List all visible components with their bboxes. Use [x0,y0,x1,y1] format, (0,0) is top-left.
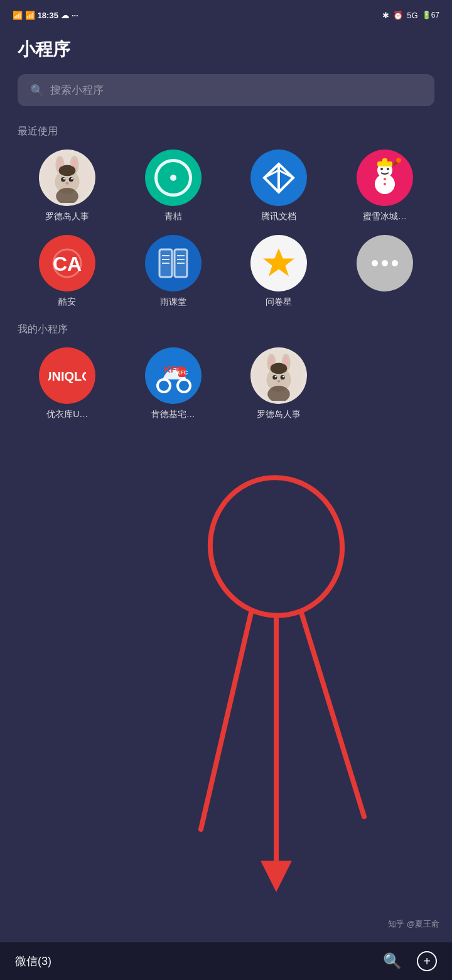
search-container: 🔍 搜索小程序 [0,74,452,125]
svg-point-38 [158,379,170,392]
svg-point-9 [71,178,73,180]
network-icon: 5G [407,11,417,20]
svg-point-8 [63,178,65,180]
svg-point-50 [281,375,285,379]
app-label-tengxun: 腾讯文档 [261,211,296,222]
svg-point-22 [384,183,386,185]
app-label-wenjuan: 问卷星 [266,297,292,308]
app-label-luodedao2: 罗德岛人事 [257,409,301,420]
app-item-kfc[interactable]: KFC KFC 肯德基宅… [124,347,223,420]
svg-point-52 [282,376,284,378]
svg-point-56 [199,467,353,626]
search-icon: 🔍 [30,84,44,97]
my-section-title: 我的小程序 [18,323,434,336]
app-icon-qingju [145,150,202,206]
app-icon-kuan: CA [39,235,95,291]
svg-point-53 [277,380,281,383]
app-label-kuan: 酷安 [58,297,76,308]
svg-text:KFC: KFC [176,369,188,376]
svg-line-59 [301,612,364,817]
svg-point-51 [275,376,277,378]
watermark: 知乎 @夏王俞 [388,918,439,930]
page-header: 小程序 [0,28,452,74]
svg-point-10 [66,182,69,185]
bottom-add-icon[interactable]: + [417,951,437,971]
svg-rect-18 [382,158,387,165]
app-icon-uniqlo: UNIQLO [39,347,95,404]
app-item-luodedao2[interactable]: 罗德岛人事 [229,347,329,420]
my-app-grid: UNIQLO 优衣库U… KFC KFC [18,347,434,420]
dots-icon: ··· [72,11,78,20]
recent-section-title: 最近使用 [18,125,434,138]
app-icon-tengxun [250,150,307,206]
bottom-icons: 🔍 + [383,951,437,971]
app-item-luodedao[interactable]: 罗德岛人事 [18,150,117,222]
app-label-kfc: 肯德基宅… [151,409,195,420]
app-item-qingju[interactable]: 青桔 [124,150,223,222]
battery-icon: 🔋67 [422,11,439,19]
bluetooth-icon: ✱ [382,11,389,20]
app-icon-mixue [357,150,413,206]
recent-app-grid: 罗德岛人事 青桔 腾讯文档 [18,150,434,308]
app-label-luodedao: 罗德岛人事 [45,211,89,222]
app-icon-wenjuan [250,235,307,291]
svg-point-24 [396,158,401,163]
app-item-uniqlo[interactable]: UNIQLO 优衣库U… [18,347,117,420]
search-placeholder: 搜索小程序 [50,83,104,97]
status-bar: 📶 📶 18:35 ☁ ··· ✱ ⏰ 5G 🔋67 [0,0,452,28]
app-item-mixue[interactable]: 蜜雪冰城… [335,150,435,222]
app-icon-luodedao2 [250,347,307,404]
svg-point-55 [271,363,288,374]
cloud-icon: ☁ [61,11,69,20]
app-label-uniqlo: 优衣库U… [46,409,88,420]
status-left: 📶 📶 18:35 ☁ ··· [13,11,78,20]
bottom-bar: 微信(3) 🔍 + [0,942,452,980]
bottom-bar-title: 微信(3) [15,954,51,969]
alarm-icon: ⏰ [393,11,403,20]
my-section: 我的小程序 UNIQLO 优衣库U… KFC [0,323,452,435]
page-title: 小程序 [18,38,434,62]
signal-icons: 📶 📶 [13,11,35,20]
app-item-wenjuan[interactable]: 问卷星 [229,235,329,308]
status-right: ✱ ⏰ 5G 🔋67 [382,11,439,20]
svg-line-57 [201,612,251,829]
svg-point-12 [59,165,76,177]
svg-marker-60 [261,861,292,892]
app-label-mixue: 蜜雪冰城… [363,211,407,222]
svg-point-20 [387,168,389,170]
status-time: 18:35 [38,11,58,20]
svg-point-39 [178,379,190,392]
search-bar[interactable]: 🔍 搜索小程序 [18,74,434,106]
app-label-yuketing: 雨课堂 [160,297,186,308]
svg-text:UNIQLO: UNIQLO [48,369,86,383]
app-icon-more [357,235,413,291]
svg-point-19 [380,168,383,170]
app-item-kuan[interactable]: CA 酷安 [18,235,117,308]
app-icon-yuketing [145,235,202,291]
app-icon-luodedao [39,150,95,206]
recent-section: 最近使用 [0,125,452,323]
app-label-qingju: 青桔 [164,211,182,222]
app-item-tengxun[interactable]: 腾讯文档 [229,150,329,222]
svg-point-7 [69,177,73,182]
svg-point-21 [384,178,386,180]
svg-point-6 [61,177,65,182]
bottom-search-icon[interactable]: 🔍 [383,952,402,970]
svg-point-49 [272,375,277,379]
app-item-yuketing[interactable]: 雨课堂 [124,235,223,308]
app-item-more[interactable] [335,235,435,308]
app-icon-kfc: KFC KFC [145,347,202,404]
